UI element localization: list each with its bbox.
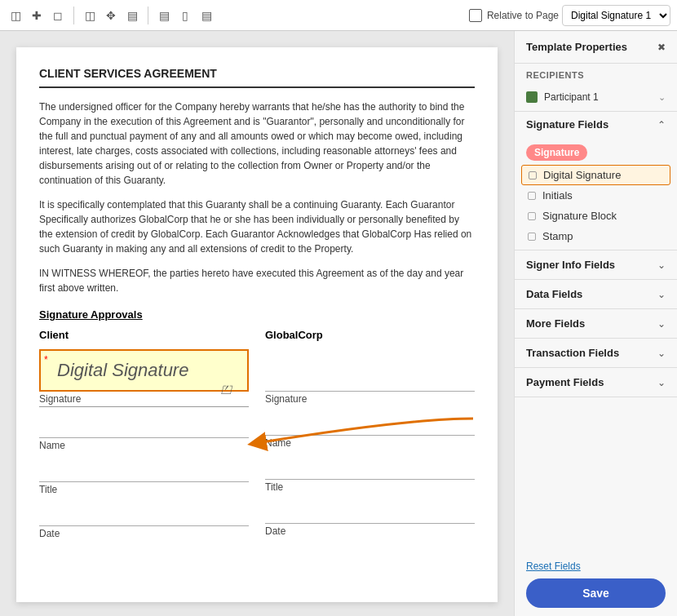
sig-item-signature[interactable]: Signature [515, 140, 677, 165]
signer-info-section: Signer Info Fields ⌄ [515, 250, 677, 280]
globalcorp-sig-line [265, 349, 475, 392]
recipient-color-dot [526, 91, 538, 103]
initials-dot-icon [528, 192, 536, 200]
paragraph-3: IN WITNESS WHEREOF, the parties hereto h… [39, 266, 475, 295]
document-title: CLIENT SERVICES AGREEMENT [39, 67, 475, 88]
document-body: The undersigned officer for the Company … [39, 100, 475, 295]
payment-fields-title: Payment Fields [526, 376, 604, 388]
data-fields-chevron-icon[interactable]: ⌄ [657, 289, 666, 300]
toolbar-icon-6[interactable]: ▤ [123, 7, 141, 24]
panel-footer: Reset Fields Save [515, 552, 677, 616]
required-star: * [44, 354, 48, 366]
relative-page-text: Relative to Page [487, 10, 559, 21]
sig-item-initials[interactable]: Initials [515, 185, 677, 206]
page-icon [469, 9, 482, 22]
signature-bubble[interactable]: Signature [526, 144, 587, 161]
sig-item-digital[interactable]: Digital Signature [521, 165, 670, 185]
globalcorp-name-row: Name [265, 418, 475, 449]
recipients-section-header[interactable]: RECIPIENTS [515, 64, 677, 86]
panel-title: Template Properties [526, 41, 627, 53]
toolbar-icon-8[interactable]: ▯ [176, 7, 194, 24]
globalcorp-name-line [265, 418, 475, 436]
client-name-label: Name [39, 440, 249, 451]
client-title-label: Title [39, 484, 249, 495]
sig-item-stamp-label: Stamp [542, 230, 573, 242]
panel-collapse-icon[interactable]: ✖ [657, 42, 666, 53]
globalcorp-date-row: Date [265, 506, 475, 537]
client-name-row: Name [39, 420, 249, 451]
globalcorp-sig-row: Signature [265, 349, 475, 405]
toolbar-icon-9[interactable]: ▤ [197, 7, 215, 24]
toolbar: ◫ ✚ ◻ ◫ ✥ ▤ ▤ ▯ ▤ Relative to Page Digit… [0, 0, 677, 31]
client-name-line [39, 420, 249, 438]
more-fields-header[interactable]: More Fields ⌄ [515, 309, 677, 338]
right-panel: Template Properties ✖ RECIPIENTS Partici… [514, 31, 677, 616]
client-sig-row: * Digital Signature ⏍ Signature [39, 349, 249, 407]
toolbar-icon-3[interactable]: ◻ [49, 7, 67, 24]
globalcorp-sig-label: Signature [265, 393, 475, 405]
transaction-fields-section: Transaction Fields ⌄ [515, 339, 677, 368]
transaction-fields-header[interactable]: Transaction Fields ⌄ [515, 339, 677, 367]
signature-columns: Client * Digital Signature ⏍ Signature N… [39, 329, 475, 552]
recipients-label: RECIPIENTS [526, 70, 584, 80]
recipient-name: Participant 1 [544, 91, 652, 103]
sig-field-text: Digital Signature [57, 360, 188, 381]
toolbar-icon-4[interactable]: ◫ [81, 7, 99, 24]
sig-item-block[interactable]: Signature Block [515, 206, 677, 226]
reset-fields-link[interactable]: Reset Fields [526, 561, 666, 572]
client-date-label: Date [39, 528, 249, 539]
page-relative-label: Relative to Page [469, 9, 559, 22]
payment-fields-chevron-icon[interactable]: ⌄ [657, 377, 666, 388]
paragraph-2: It is specifically contemplated that thi… [39, 197, 475, 256]
digital-signature-field[interactable]: * Digital Signature ⏍ [39, 349, 249, 392]
section-title: Signature Approvals [39, 308, 475, 321]
sig-fields-title: Signature Fields [526, 118, 608, 131]
data-fields-header[interactable]: Data Fields ⌄ [515, 280, 677, 308]
signer-info-chevron-icon[interactable]: ⌄ [657, 259, 666, 271]
globalcorp-name-label: Name [265, 437, 475, 449]
digital-sig-dot-icon [529, 171, 537, 179]
signature-label: Signature [39, 393, 249, 407]
client-title-row: Title [39, 464, 249, 495]
signature-fields-section: Signature Fields ⌃ Signature Digital Sig… [515, 112, 677, 250]
paragraph-1: The undersigned officer for the Company … [39, 100, 475, 188]
sig-fields-chevron-icon[interactable]: ⌃ [657, 119, 666, 131]
toolbar-icon-1[interactable]: ◫ [7, 7, 24, 24]
data-fields-section: Data Fields ⌄ [515, 280, 677, 309]
client-date-line [39, 508, 249, 526]
transaction-fields-chevron-icon[interactable]: ⌄ [657, 348, 666, 359]
main-area: CLIENT SERVICES AGREEMENT The undersigne… [0, 31, 677, 616]
toolbar-icon-7[interactable]: ▤ [155, 7, 173, 24]
signature-select[interactable]: Digital Signature 1 [562, 5, 670, 26]
more-fields-chevron-icon[interactable]: ⌄ [657, 318, 666, 330]
save-button[interactable]: Save [526, 578, 666, 608]
client-col-title: Client [39, 329, 249, 341]
toolbar-icon-5[interactable]: ✥ [102, 7, 120, 24]
toolbar-separator-1 [73, 7, 74, 24]
client-date-row: Date [39, 508, 249, 539]
sig-item-initials-label: Initials [542, 189, 573, 202]
recipient-expand-icon[interactable]: ⌄ [658, 92, 666, 103]
globalcorp-col-title: GlobalCorp [265, 329, 475, 341]
stamp-dot-icon [528, 233, 536, 241]
globalcorp-title-label: Title [265, 481, 475, 493]
panel-header: Template Properties ✖ [515, 31, 677, 64]
sig-item-stamp[interactable]: Stamp [515, 226, 677, 246]
signer-info-header[interactable]: Signer Info Fields ⌄ [515, 250, 677, 279]
sig-fields-list: Signature Digital Signature Initials Sig… [515, 137, 677, 250]
more-fields-section: More Fields ⌄ [515, 309, 677, 339]
globalcorp-date-line [265, 506, 475, 524]
payment-fields-header[interactable]: Payment Fields ⌄ [515, 368, 677, 397]
transaction-fields-title: Transaction Fields [526, 347, 619, 359]
data-fields-title: Data Fields [526, 288, 582, 300]
sig-fields-header[interactable]: Signature Fields ⌃ [515, 112, 677, 137]
toolbar-icon-2[interactable]: ✚ [28, 7, 46, 24]
more-fields-title: More Fields [526, 317, 585, 330]
sig-item-digital-label: Digital Signature [543, 169, 621, 181]
payment-fields-section: Payment Fields ⌄ [515, 368, 677, 397]
recipient-row[interactable]: Participant 1 ⌄ [515, 86, 677, 112]
globalcorp-title-row: Title [265, 462, 475, 493]
sig-item-block-label: Signature Block [542, 210, 617, 222]
sig-block-dot-icon [528, 212, 536, 220]
document-page: CLIENT SERVICES AGREEMENT The undersigne… [16, 47, 498, 602]
